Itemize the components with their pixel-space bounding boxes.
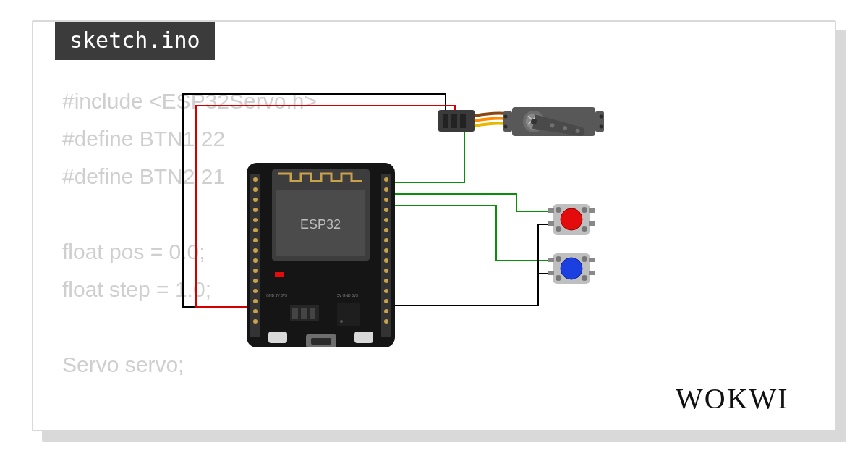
- svg-point-69: [582, 226, 587, 232]
- svg-point-49: [384, 319, 388, 324]
- svg-point-48: [384, 309, 388, 313]
- svg-point-80: [582, 275, 587, 281]
- svg-rect-57: [337, 303, 360, 326]
- push-button-blue[interactable]: [548, 253, 595, 284]
- svg-point-39: [384, 218, 388, 222]
- svg-point-14: [562, 126, 567, 131]
- svg-rect-5: [503, 111, 512, 132]
- svg-rect-84: [548, 271, 554, 275]
- svg-rect-73: [548, 221, 554, 226]
- svg-rect-0: [438, 110, 475, 132]
- svg-rect-85: [589, 258, 595, 262]
- svg-rect-2: [451, 114, 457, 128]
- wire-sig-servo: [393, 111, 464, 182]
- svg-point-16: [530, 118, 537, 124]
- wire-gnd-buttons: [391, 224, 553, 305]
- svg-point-47: [384, 299, 388, 303]
- svg-rect-76: [553, 253, 590, 284]
- svg-rect-86: [589, 271, 595, 275]
- svg-point-77: [556, 256, 561, 262]
- svg-point-9: [600, 115, 603, 119]
- svg-point-11: [523, 111, 545, 132]
- svg-point-45: [384, 279, 388, 283]
- svg-point-58: [340, 320, 343, 323]
- wire-btn-red: [393, 194, 553, 211]
- svg-point-15: [575, 128, 580, 133]
- tab-filename[interactable]: sketch.ino: [55, 20, 215, 60]
- svg-text:5V GND 3V3: 5V GND 3V3: [337, 293, 358, 297]
- svg-point-46: [384, 289, 388, 293]
- preview-card: sketch.ino #include <ESP32Servo.h> #defi…: [32, 20, 836, 431]
- svg-point-71: [561, 208, 582, 230]
- svg-point-82: [561, 258, 582, 279]
- svg-point-35: [384, 177, 388, 182]
- svg-point-8: [504, 125, 508, 129]
- svg-rect-62: [354, 332, 373, 343]
- svg-point-12: [526, 114, 542, 130]
- code-preview: #include <ESP32Servo.h> #define BTN1 22 …: [62, 83, 317, 431]
- svg-rect-19: [381, 174, 391, 337]
- svg-point-66: [556, 207, 561, 213]
- svg-point-7: [504, 115, 508, 119]
- svg-point-41: [384, 238, 388, 242]
- svg-point-70: [561, 208, 582, 230]
- svg-point-79: [556, 275, 561, 281]
- svg-point-13: [550, 123, 555, 128]
- svg-rect-3: [460, 114, 466, 128]
- svg-rect-75: [589, 221, 595, 226]
- svg-point-44: [384, 269, 388, 273]
- wokwi-logo: WOKWI: [676, 381, 813, 417]
- svg-point-43: [384, 258, 388, 263]
- svg-rect-6: [595, 111, 604, 132]
- svg-rect-4: [512, 107, 595, 136]
- svg-point-38: [384, 208, 388, 212]
- svg-point-67: [582, 207, 587, 213]
- svg-point-42: [384, 248, 388, 253]
- svg-rect-1: [443, 114, 448, 128]
- servo-connector: [438, 110, 514, 132]
- svg-rect-72: [548, 208, 554, 213]
- svg-point-68: [556, 226, 561, 232]
- svg-point-36: [384, 187, 388, 192]
- svg-point-40: [384, 228, 388, 232]
- svg-point-78: [582, 256, 587, 262]
- svg-text:WOKWI: WOKWI: [676, 382, 789, 415]
- svg-rect-83: [548, 258, 554, 262]
- servo-motor: [503, 107, 604, 140]
- svg-point-81: [561, 258, 582, 279]
- pins-right: [384, 177, 388, 324]
- svg-rect-65: [553, 204, 590, 235]
- svg-point-37: [384, 198, 388, 202]
- push-button-red[interactable]: [548, 204, 595, 235]
- svg-rect-74: [589, 208, 595, 213]
- wire-btn-blue: [393, 206, 553, 261]
- svg-point-10: [600, 125, 603, 129]
